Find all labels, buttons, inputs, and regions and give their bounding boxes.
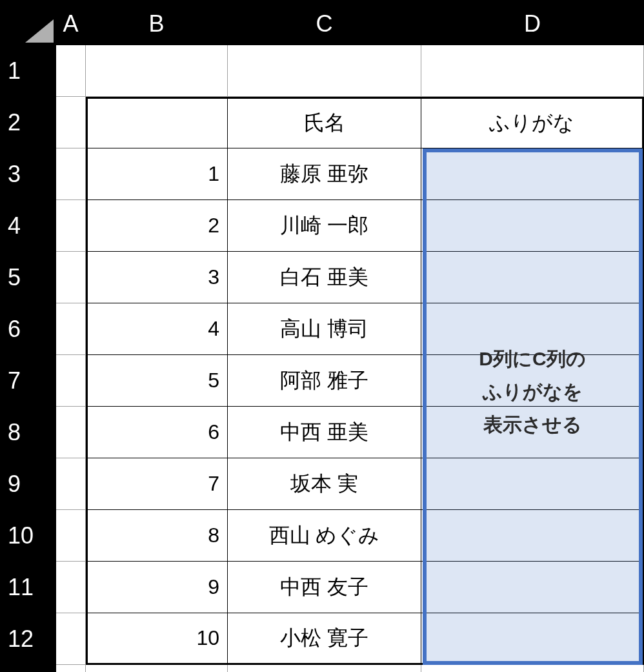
- row-headers: 1 2 3 4 5 6 7 8 9 10 11 12: [0, 45, 56, 665]
- grid-cells: 氏名 ふりがな 1 藤原 亜弥 2 川崎 一郎 3 白石 亜美 4: [56, 45, 644, 665]
- cell-D12[interactable]: [421, 613, 644, 665]
- cell-C6[interactable]: 高山 博司: [228, 303, 421, 355]
- cell-B4[interactable]: 2: [86, 200, 228, 252]
- cell-C8[interactable]: 中西 亜美: [228, 407, 421, 458]
- cell-A6[interactable]: [56, 303, 86, 355]
- row-2: 氏名 ふりがな: [56, 97, 644, 148]
- cell-B12[interactable]: 10: [86, 613, 228, 665]
- row-header-4[interactable]: 4: [0, 200, 56, 252]
- cell-D7[interactable]: [421, 355, 644, 407]
- row-13-partial: [56, 665, 644, 672]
- spreadsheet-view: A B C D 1 2 3 4 5 6 7 8 9 10 11 12 氏名 ふり…: [0, 0, 644, 672]
- cell-D2[interactable]: ふりがな: [421, 97, 644, 148]
- cell-C11[interactable]: 中西 友子: [228, 562, 421, 613]
- column-header-B[interactable]: B: [86, 3, 228, 45]
- cell-B7[interactable]: 5: [86, 355, 228, 407]
- cell-B2[interactable]: [86, 97, 228, 148]
- cell-D4[interactable]: [421, 200, 644, 252]
- cell-A2[interactable]: [56, 97, 86, 148]
- cell-D8[interactable]: [421, 407, 644, 458]
- row-header-8[interactable]: 8: [0, 407, 56, 458]
- row-9: 7 坂本 実: [56, 458, 644, 510]
- cell-C2[interactable]: 氏名: [228, 97, 421, 148]
- row-10: 8 西山 めぐみ: [56, 510, 644, 562]
- cell-A12[interactable]: [56, 613, 86, 665]
- cell-D3[interactable]: [421, 148, 644, 200]
- row-header-2[interactable]: 2: [0, 97, 56, 148]
- cell-A3[interactable]: [56, 148, 86, 200]
- cell-D13[interactable]: [421, 665, 644, 672]
- cell-D6[interactable]: [421, 303, 644, 355]
- cell-D1[interactable]: [421, 45, 644, 97]
- cell-C4[interactable]: 川崎 一郎: [228, 200, 421, 252]
- column-headers: A B C D: [56, 3, 644, 45]
- row-5: 3 白石 亜美: [56, 252, 644, 303]
- cell-B3[interactable]: 1: [86, 148, 228, 200]
- row-6: 4 高山 博司: [56, 303, 644, 355]
- cell-C5[interactable]: 白石 亜美: [228, 252, 421, 303]
- row-12: 10 小松 寛子: [56, 613, 644, 665]
- cell-D10[interactable]: [421, 510, 644, 562]
- select-all-triangle-icon: [25, 19, 54, 43]
- select-all-corner[interactable]: [0, 3, 56, 45]
- cell-A9[interactable]: [56, 458, 86, 510]
- cell-B8[interactable]: 6: [86, 407, 228, 458]
- row-header-1[interactable]: 1: [0, 45, 56, 97]
- cell-A11[interactable]: [56, 562, 86, 613]
- cell-C13[interactable]: [228, 665, 421, 672]
- cell-A10[interactable]: [56, 510, 86, 562]
- cell-A13[interactable]: [56, 665, 86, 672]
- cell-B9[interactable]: 7: [86, 458, 228, 510]
- row-1: [56, 45, 644, 97]
- cell-B11[interactable]: 9: [86, 562, 228, 613]
- row-header-10[interactable]: 10: [0, 510, 56, 562]
- row-11: 9 中西 友子: [56, 562, 644, 613]
- cell-A8[interactable]: [56, 407, 86, 458]
- cell-A1[interactable]: [56, 45, 86, 97]
- row-3: 1 藤原 亜弥: [56, 148, 644, 200]
- cell-C9[interactable]: 坂本 実: [228, 458, 421, 510]
- cell-B5[interactable]: 3: [86, 252, 228, 303]
- cell-A5[interactable]: [56, 252, 86, 303]
- row-header-3[interactable]: 3: [0, 148, 56, 200]
- cell-C12[interactable]: 小松 寛子: [228, 613, 421, 665]
- column-header-D[interactable]: D: [421, 3, 644, 45]
- cell-D11[interactable]: [421, 562, 644, 613]
- row-header-11[interactable]: 11: [0, 562, 56, 613]
- row-header-9[interactable]: 9: [0, 458, 56, 510]
- cell-D9[interactable]: [421, 458, 644, 510]
- cell-A4[interactable]: [56, 200, 86, 252]
- cell-C1[interactable]: [228, 45, 421, 97]
- column-header-A[interactable]: A: [56, 3, 86, 45]
- row-8: 6 中西 亜美: [56, 407, 644, 458]
- column-header-C[interactable]: C: [228, 3, 421, 45]
- cell-C3[interactable]: 藤原 亜弥: [228, 148, 421, 200]
- row-header-12[interactable]: 12: [0, 613, 56, 665]
- cell-B6[interactable]: 4: [86, 303, 228, 355]
- cell-B10[interactable]: 8: [86, 510, 228, 562]
- cell-A7[interactable]: [56, 355, 86, 407]
- cell-B1[interactable]: [86, 45, 228, 97]
- row-header-5[interactable]: 5: [0, 252, 56, 303]
- cell-C7[interactable]: 阿部 雅子: [228, 355, 421, 407]
- cell-B13[interactable]: [86, 665, 228, 672]
- row-header-6[interactable]: 6: [0, 303, 56, 355]
- cell-C10[interactable]: 西山 めぐみ: [228, 510, 421, 562]
- row-header-7[interactable]: 7: [0, 355, 56, 407]
- row-4: 2 川崎 一郎: [56, 200, 644, 252]
- row-7: 5 阿部 雅子: [56, 355, 644, 407]
- cell-D5[interactable]: [421, 252, 644, 303]
